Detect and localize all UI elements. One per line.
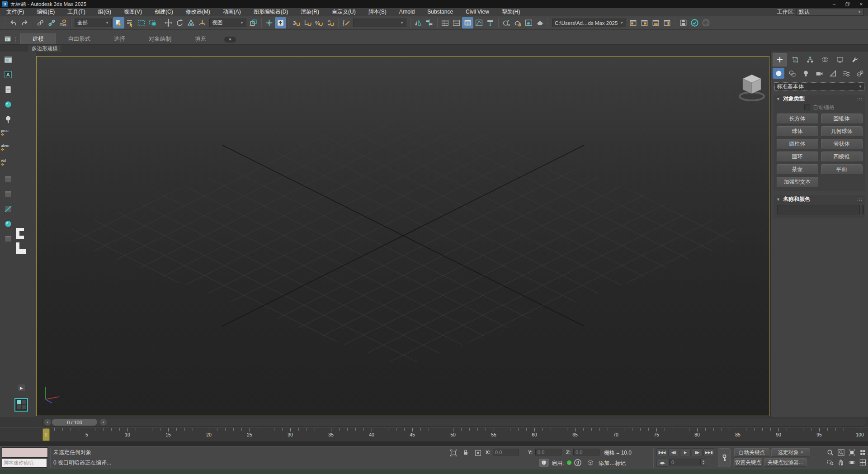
adaptive-degradation-shield-icon[interactable] <box>539 459 549 467</box>
isolate-selection-icon[interactable] <box>449 449 458 457</box>
use-pivot-center-icon[interactable] <box>248 17 259 28</box>
geometry-category[interactable] <box>773 68 784 79</box>
select-object-icon[interactable] <box>113 17 124 28</box>
bind-spacewarp-icon[interactable] <box>57 17 69 28</box>
menu-item-16[interactable]: 帮助(H) <box>495 8 527 16</box>
menu-item-1[interactable]: 文件(F) <box>0 8 30 16</box>
zoom-extents-all-icon[interactable] <box>858 448 867 457</box>
menu-item-14[interactable]: Substance <box>421 8 459 16</box>
object-button-8[interactable]: 四棱锥 <box>821 152 863 162</box>
menu-item-7[interactable]: 修改器(M) <box>179 8 217 16</box>
sidebar-window-dim-icon[interactable] <box>3 174 14 185</box>
object-button-2[interactable]: 圆锥体 <box>821 114 863 124</box>
sidebar-teal-sphere-icon[interactable] <box>3 99 14 110</box>
pan-hand-icon[interactable] <box>836 458 845 467</box>
curve-editor-icon[interactable] <box>473 17 485 28</box>
sidebar-item-proc[interactable]: proc✛ <box>1 129 9 137</box>
ribbon-toggle-icon[interactable] <box>462 17 473 28</box>
track-bar-ruler[interactable]: 0510152025303540455055606570758085909510… <box>0 427 868 442</box>
name-color-rollout-header[interactable]: ▼ 名称和颜色 ::: <box>774 195 865 203</box>
create-tab[interactable] <box>773 53 787 66</box>
project-folder-dropdown[interactable]: C:\Users\Ad…ds Max 2025▼ <box>552 19 626 27</box>
sidebar-document-icon[interactable] <box>3 84 14 95</box>
viewcube[interactable] <box>736 69 768 105</box>
select-manipulate-icon[interactable] <box>264 17 275 28</box>
minimize-button[interactable]: – <box>827 0 841 8</box>
ribbon-window-icon[interactable] <box>3 35 13 43</box>
menu-item-5[interactable]: 视图(V) <box>118 8 148 16</box>
workspace-window-icon-1[interactable] <box>627 17 639 28</box>
selection-region-icon[interactable] <box>136 17 147 28</box>
zoom-region-icon[interactable] <box>826 458 835 467</box>
next-key-button[interactable]: ▮▶ <box>692 448 703 456</box>
menu-item-12[interactable]: 脚本(S) <box>362 8 393 16</box>
angle-snap-icon[interactable] <box>302 17 313 28</box>
object-button-6[interactable]: 管状体 <box>821 139 863 149</box>
object-button-4[interactable]: 几何球体 <box>821 126 863 137</box>
reference-coordsys-dropdown[interactable]: 视图▼ <box>209 19 246 27</box>
go-to-end-button[interactable]: ▶▶▮ <box>703 448 714 456</box>
play-button[interactable]: ▶ <box>680 448 691 456</box>
object-type-rollout-header[interactable]: ▼ 对象类型 ::: <box>774 95 865 103</box>
sidebar-window-dim-icon[interactable] <box>3 189 14 199</box>
workspace-selector[interactable]: 默认▼ <box>797 9 863 16</box>
select-by-name-icon[interactable] <box>124 17 136 28</box>
selection-filter-dropdown[interactable]: 全部▼ <box>75 19 112 27</box>
key-filters-button[interactable]: 关键点过滤器... <box>764 458 807 467</box>
toolbar-drag-handle[interactable] <box>674 18 676 28</box>
transform-typein-icon[interactable] <box>474 449 482 457</box>
systems-category[interactable] <box>854 68 866 79</box>
ribbon-tab-1[interactable]: 建模 <box>20 33 56 44</box>
current-frame-field[interactable]: 0 <box>669 459 701 465</box>
object-button-7[interactable]: 圆环 <box>777 152 818 162</box>
ribbon-tab-4[interactable]: 对象绘制 <box>137 34 183 44</box>
sidebar-a-badge-icon[interactable] <box>3 69 14 80</box>
align-icon[interactable] <box>424 17 435 28</box>
material-editor-icon[interactable] <box>500 17 512 28</box>
object-button-1[interactable]: 长方体 <box>777 114 818 124</box>
undo-icon[interactable] <box>8 17 19 28</box>
workspace-window-icon-4[interactable] <box>661 17 673 28</box>
maximize-viewport-icon[interactable] <box>858 458 867 467</box>
menu-item-15[interactable]: Civil View <box>459 8 495 16</box>
window-crossing-icon[interactable] <box>147 17 158 28</box>
zoom-icon[interactable] <box>826 448 835 457</box>
object-button-9[interactable]: 茶壶 <box>777 164 818 175</box>
z-coord-field[interactable]: 0.0 <box>573 449 599 455</box>
previous-frame-button[interactable]: ‹ <box>44 419 51 426</box>
save-scene-icon[interactable] <box>678 17 689 28</box>
lights-category[interactable] <box>800 68 811 79</box>
menu-item-8[interactable]: 动画(A) <box>217 8 247 16</box>
object-button-10[interactable]: 平面 <box>821 164 863 175</box>
named-sets-dropdown[interactable]: ▼ <box>353 19 406 27</box>
autogrid-checkbox[interactable] <box>804 104 810 110</box>
motion-tab[interactable] <box>818 54 832 66</box>
ribbon-minimize-button[interactable]: ▼ <box>224 37 236 43</box>
sidebar-window-icon[interactable] <box>3 54 14 65</box>
close-button[interactable]: × <box>854 0 868 8</box>
percent-snap-icon[interactable] <box>313 17 325 28</box>
workspace-window-icon-3[interactable] <box>650 17 661 28</box>
orbit-icon[interactable] <box>847 458 856 467</box>
render-setup-icon[interactable] <box>512 17 523 28</box>
ribbon-tab-3[interactable]: 选择 <box>102 34 137 44</box>
ribbon-panel-label[interactable]: 多边形建模 <box>28 45 61 52</box>
menu-item-13[interactable]: Arnold <box>393 8 421 16</box>
keyboard-override-icon[interactable] <box>275 17 286 28</box>
maxscript-mini-listener[interactable]: 脚本迷你侦听: <box>2 458 47 468</box>
workspace-window-icon-2[interactable] <box>639 17 650 28</box>
snap-3d-icon[interactable] <box>291 17 302 28</box>
add-time-tag[interactable]: 添加…标记 <box>599 460 626 467</box>
object-button-3[interactable]: 球体 <box>777 126 818 137</box>
schematic-view-icon[interactable] <box>485 17 496 28</box>
zoom-all-icon[interactable] <box>836 448 845 457</box>
menu-item-3[interactable]: 工具(T) <box>61 8 91 16</box>
scene-check-icon[interactable] <box>689 17 700 28</box>
menu-item-11[interactable]: 自定义(U) <box>326 8 362 16</box>
object-button-11[interactable]: 加强型文本 <box>777 177 818 187</box>
sidebar-item-vol[interactable]: vol✛ <box>1 159 6 167</box>
select-link-icon[interactable] <box>35 17 46 28</box>
mirror-icon[interactable] <box>412 17 424 28</box>
hierarchy-tab[interactable] <box>803 54 817 66</box>
frame-spinner[interactable]: ▲▼ <box>701 459 706 465</box>
